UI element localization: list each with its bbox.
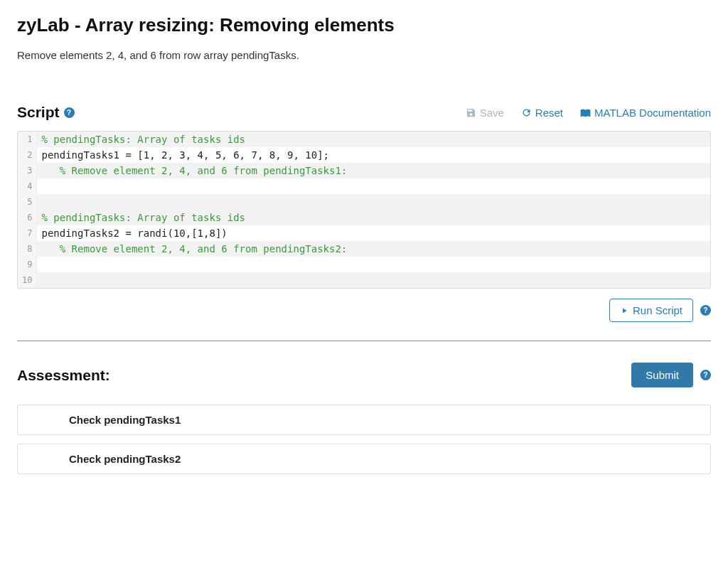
reset-button[interactable]: Reset <box>521 107 563 119</box>
help-icon[interactable]: ? <box>700 370 711 380</box>
assessment-header: Assessment: Submit ? <box>17 363 711 387</box>
play-icon <box>620 306 628 315</box>
section-divider <box>17 341 711 341</box>
book-icon <box>580 107 591 118</box>
assessment-label: Assessment: <box>17 367 110 384</box>
help-icon[interactable]: ? <box>700 305 711 316</box>
code-gutter: 12345678910 <box>18 132 37 288</box>
code-editor[interactable]: 12345678910 % pendingTasks: Array of tas… <box>17 131 711 289</box>
code-line[interactable]: % pendingTasks: Array of tasks ids <box>37 210 710 225</box>
code-line[interactable]: pendingTasks2 = randi(10,[1,8]) <box>37 225 710 241</box>
save-label: Save <box>480 107 504 119</box>
code-line[interactable] <box>37 178 710 194</box>
code-line[interactable] <box>37 272 710 288</box>
assessment-check-item[interactable]: Check pendingTasks1 <box>17 405 711 435</box>
page-title: zyLab - Array resizing: Removing element… <box>17 14 711 36</box>
script-header: Script ? Save Reset MATLAB Documentation <box>17 104 711 121</box>
script-label: Script <box>17 104 60 121</box>
code-line[interactable] <box>37 257 710 272</box>
assessment-checks: Check pendingTasks1Check pendingTasks2 <box>17 405 711 474</box>
save-button[interactable]: Save <box>466 107 504 119</box>
save-icon <box>466 107 476 118</box>
script-toolbar: Save Reset MATLAB Documentation <box>466 107 711 119</box>
submit-group: Submit ? <box>631 363 711 387</box>
code-lines[interactable]: % pendingTasks: Array of tasks idspendin… <box>37 132 710 288</box>
submit-button[interactable]: Submit <box>631 363 693 387</box>
assessment-check-item[interactable]: Check pendingTasks2 <box>17 444 711 474</box>
code-line[interactable]: % Remove element 2, 4, and 6 from pendin… <box>37 241 710 257</box>
docs-link[interactable]: MATLAB Documentation <box>580 107 711 119</box>
run-script-button[interactable]: Run Script <box>609 299 693 322</box>
code-line[interactable]: % pendingTasks: Array of tasks ids <box>37 132 710 147</box>
help-icon[interactable]: ? <box>64 107 75 118</box>
run-row: Run Script ? <box>17 299 711 322</box>
code-line[interactable]: pendingTasks1 = [1, 2, 3, 4, 5, 6, 7, 8,… <box>37 147 710 163</box>
script-label-group: Script ? <box>17 104 75 121</box>
docs-label: MATLAB Documentation <box>594 107 711 119</box>
code-line[interactable]: % Remove element 2, 4, and 6 from pendin… <box>37 163 710 178</box>
run-script-label: Run Script <box>633 304 682 316</box>
reset-label: Reset <box>535 107 563 119</box>
reset-icon <box>521 107 532 118</box>
instruction-text: Remove elements 2, 4, and 6 from row arr… <box>17 49 711 61</box>
code-line[interactable] <box>37 194 710 210</box>
